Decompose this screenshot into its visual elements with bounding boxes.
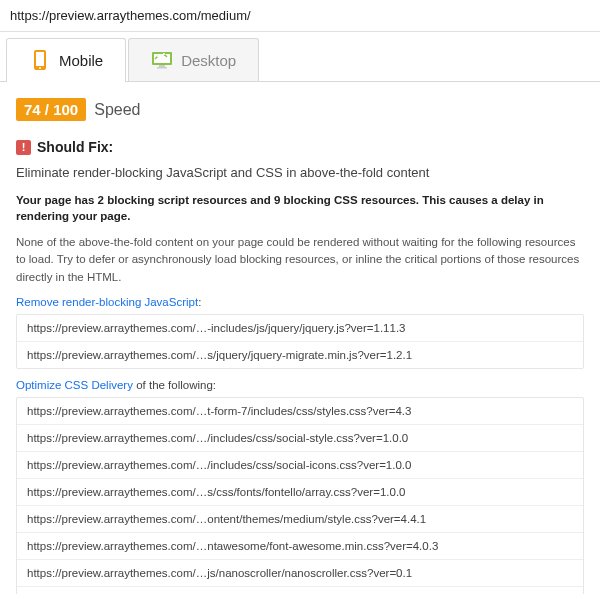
list-item: https://preview.arraythemes.com/…hemes/m… xyxy=(17,587,583,594)
list-item: https://preview.arraythemes.com/…-includ… xyxy=(17,315,583,342)
score-badge: 74 / 100 xyxy=(16,98,86,121)
content-pane: 74 / 100 Speed ! Should Fix: Eliminate r… xyxy=(0,82,600,594)
svg-rect-1 xyxy=(36,52,44,66)
list-item: https://preview.arraythemes.com/…s/css/f… xyxy=(17,479,583,506)
url-bar[interactable]: https://preview.arraythemes.com/medium/ xyxy=(0,0,600,32)
desktop-icon xyxy=(151,49,173,71)
should-fix-text: Should Fix: xyxy=(37,139,113,155)
svg-point-2 xyxy=(39,67,41,69)
device-tabs: Mobile Desktop xyxy=(0,38,600,82)
svg-rect-6 xyxy=(157,67,167,69)
js-resource-list: https://preview.arraythemes.com/…-includ… xyxy=(16,314,584,369)
svg-rect-5 xyxy=(159,65,165,67)
tab-desktop-label: Desktop xyxy=(181,52,236,69)
list-item: https://preview.arraythemes.com/…s/jquer… xyxy=(17,342,583,368)
js-link-after: : xyxy=(198,296,201,308)
rule-title: Eliminate render-blocking JavaScript and… xyxy=(16,165,584,180)
exclamation-icon: ! xyxy=(16,140,31,155)
should-fix-heading: ! Should Fix: xyxy=(16,139,584,155)
optimize-css-link[interactable]: Optimize CSS Delivery xyxy=(16,379,133,391)
tab-desktop[interactable]: Desktop xyxy=(128,38,259,81)
mobile-icon xyxy=(29,49,51,71)
list-item: https://preview.arraythemes.com/…/includ… xyxy=(17,425,583,452)
list-item: https://preview.arraythemes.com/…/includ… xyxy=(17,452,583,479)
remove-blocking-js-link[interactable]: Remove render-blocking JavaScript xyxy=(16,296,198,308)
list-item: https://preview.arraythemes.com/…ntaweso… xyxy=(17,533,583,560)
js-subhead: Remove render-blocking JavaScript: xyxy=(16,296,584,308)
list-item: https://preview.arraythemes.com/…js/nano… xyxy=(17,560,583,587)
list-item: https://preview.arraythemes.com/…t-form-… xyxy=(17,398,583,425)
tab-mobile-label: Mobile xyxy=(59,52,103,69)
list-item: https://preview.arraythemes.com/…ontent/… xyxy=(17,506,583,533)
score-line: 74 / 100 Speed xyxy=(16,98,584,121)
css-resource-list: https://preview.arraythemes.com/…t-form-… xyxy=(16,397,584,594)
css-subhead: Optimize CSS Delivery of the following: xyxy=(16,379,584,391)
rule-explain: None of the above-the-fold content on yo… xyxy=(16,234,584,286)
tab-mobile[interactable]: Mobile xyxy=(6,38,126,81)
score-label: Speed xyxy=(94,101,140,119)
rule-summary: Your page has 2 blocking script resource… xyxy=(16,192,584,224)
css-link-after: of the following: xyxy=(133,379,216,391)
